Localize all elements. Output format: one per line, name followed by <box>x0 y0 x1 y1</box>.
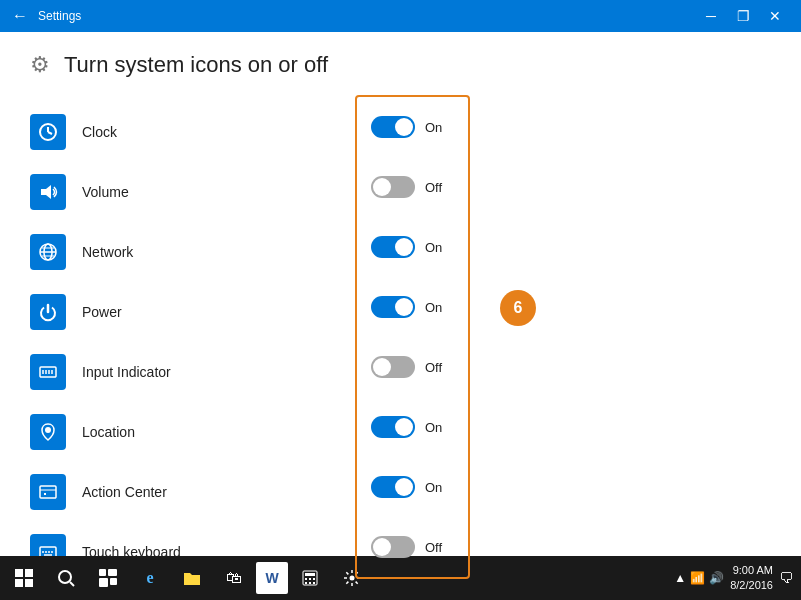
title-bar: ← Settings ─ ❐ ✕ <box>0 0 801 32</box>
edge-button[interactable]: e <box>130 556 170 600</box>
taskbar-left: e 🛍 W <box>0 556 372 600</box>
svg-marker-3 <box>41 185 51 199</box>
power-toggle-label: On <box>425 300 442 315</box>
tray-volume-icon: 🔊 <box>709 571 724 585</box>
taskbar-clock: 9:00 AM 8/2/2016 <box>730 563 773 594</box>
word-button[interactable]: W <box>256 562 288 594</box>
svg-rect-27 <box>25 579 33 587</box>
svg-rect-36 <box>305 578 307 580</box>
network-toggle-label: On <box>425 240 442 255</box>
title-bar-left: ← Settings <box>12 7 81 25</box>
action-center-toggle-cell: On <box>357 457 468 517</box>
input-indicator-toggle-cell: Off <box>357 337 468 397</box>
svg-rect-38 <box>313 578 315 580</box>
power-toggle[interactable] <box>371 296 415 318</box>
task-view-button[interactable] <box>88 556 128 600</box>
location-toggle-cell: On <box>357 397 468 457</box>
clock-toggle-label: On <box>425 120 442 135</box>
clock-icon-box <box>30 114 66 150</box>
system-tray: ▲ 📶 🔊 <box>674 571 724 585</box>
svg-rect-31 <box>108 569 117 576</box>
network-toggle-knob <box>395 238 413 256</box>
clock-toggle-knob <box>395 118 413 136</box>
power-toggle-knob <box>395 298 413 316</box>
close-button[interactable]: ✕ <box>761 2 789 30</box>
action-center-toggle[interactable] <box>371 476 415 498</box>
taskbar-right: ▲ 📶 🔊 9:00 AM 8/2/2016 🗨 <box>674 563 801 594</box>
action-center-toggle-knob <box>395 478 413 496</box>
tray-network-icon: 📶 <box>690 571 705 585</box>
svg-rect-32 <box>99 578 108 587</box>
page-header: ⚙ Turn system icons on or off <box>30 52 771 78</box>
calculator-button[interactable] <box>290 556 330 600</box>
svg-rect-25 <box>25 569 33 577</box>
touch-keyboard-toggle-knob <box>373 538 391 556</box>
svg-rect-41 <box>313 582 315 584</box>
touch-keyboard-toggle-label: Off <box>425 540 442 555</box>
action-center-toggle-label: On <box>425 480 442 495</box>
volume-toggle-cell: Off <box>357 157 468 217</box>
page-title: Turn system icons on or off <box>64 52 328 78</box>
main-content: ⚙ Turn system icons on or off ClockVolum… <box>0 32 801 556</box>
clock-toggle[interactable] <box>371 116 415 138</box>
input-indicator-toggle[interactable] <box>371 356 415 378</box>
network-icon-box <box>30 234 66 270</box>
search-button[interactable] <box>46 556 86 600</box>
location-toggle-label: On <box>425 420 442 435</box>
svg-line-29 <box>70 582 74 586</box>
store-button[interactable]: 🛍 <box>214 556 254 600</box>
svg-rect-33 <box>110 578 117 585</box>
tray-icon-1: ▲ <box>674 571 686 585</box>
svg-line-2 <box>48 132 52 134</box>
svg-rect-35 <box>305 573 315 576</box>
svg-point-14 <box>45 427 51 433</box>
network-toggle-cell: On <box>357 217 468 277</box>
back-button[interactable]: ← <box>12 7 28 25</box>
maximize-button[interactable]: ❐ <box>729 2 757 30</box>
window-title: Settings <box>38 9 81 23</box>
clock-date: 8/2/2016 <box>730 578 773 593</box>
svg-rect-37 <box>309 578 311 580</box>
power-icon-box <box>30 294 66 330</box>
input-indicator-toggle-label: Off <box>425 360 442 375</box>
power-toggle-cell: On <box>357 277 468 337</box>
touch-keyboard-toggle[interactable] <box>371 536 415 556</box>
svg-rect-30 <box>99 569 106 576</box>
volume-toggle[interactable] <box>371 176 415 198</box>
action-center-taskbar-icon[interactable]: 🗨 <box>779 570 793 586</box>
touch-keyboard-icon-box <box>30 534 66 556</box>
svg-rect-39 <box>305 582 307 584</box>
svg-rect-24 <box>15 569 23 577</box>
svg-rect-26 <box>15 579 23 587</box>
action-center-icon-box <box>30 474 66 510</box>
touch-keyboard-toggle-cell: Off <box>357 517 468 556</box>
badge-6: 6 <box>500 290 536 326</box>
volume-toggle-knob <box>373 178 391 196</box>
input-indicator-toggle-knob <box>373 358 391 376</box>
location-toggle-knob <box>395 418 413 436</box>
explorer-button[interactable] <box>172 556 212 600</box>
toggle-column: OnOffOnOnOffOnOnOff <box>355 95 470 556</box>
window-controls: ─ ❐ ✕ <box>697 2 789 30</box>
svg-point-28 <box>59 571 71 583</box>
start-button[interactable] <box>4 556 44 600</box>
clock-toggle-cell: On <box>357 97 468 157</box>
input-indicator-icon-box <box>30 354 66 390</box>
svg-point-42 <box>350 576 355 581</box>
location-toggle[interactable] <box>371 416 415 438</box>
svg-rect-40 <box>309 582 311 584</box>
location-icon-box <box>30 414 66 450</box>
settings-icon: ⚙ <box>30 52 50 78</box>
svg-rect-15 <box>40 486 56 498</box>
network-toggle[interactable] <box>371 236 415 258</box>
volume-toggle-label: Off <box>425 180 442 195</box>
minimize-button[interactable]: ─ <box>697 2 725 30</box>
clock-time: 9:00 AM <box>730 563 773 578</box>
volume-icon-box <box>30 174 66 210</box>
